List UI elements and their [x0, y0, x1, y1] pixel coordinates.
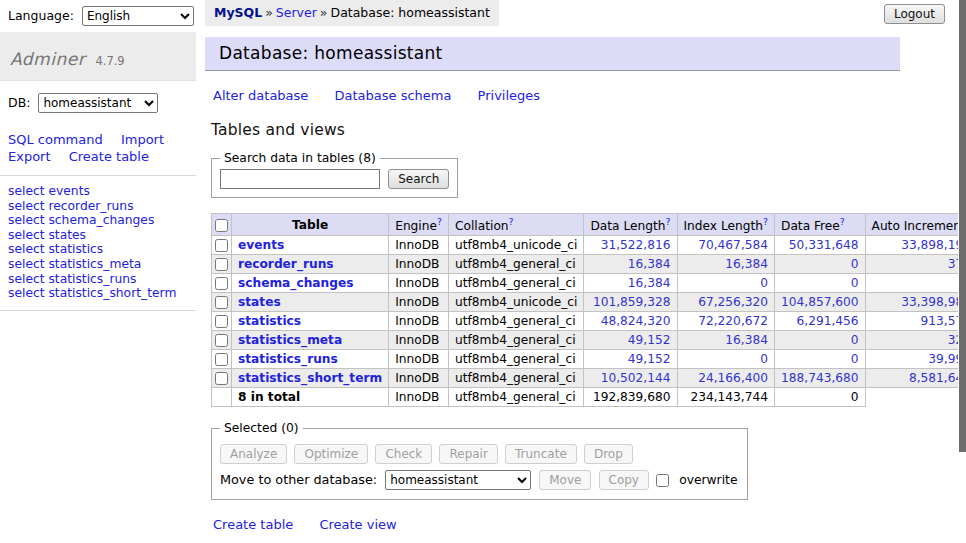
- row-checkbox[interactable]: [215, 239, 228, 252]
- row-checkbox[interactable]: [215, 258, 228, 271]
- data-length-cell: 16,384: [584, 274, 677, 293]
- data-free-cell: 0: [775, 331, 866, 350]
- search-button[interactable]: Search: [388, 169, 449, 189]
- logout-button[interactable]: Logout: [884, 4, 945, 24]
- copy-button[interactable]: Copy: [599, 470, 649, 490]
- language-label: Language:: [8, 8, 74, 23]
- table-name-link[interactable]: recorder_runs: [238, 257, 334, 271]
- collation-cell: utf8mb4_general_ci: [449, 331, 584, 350]
- import-link[interactable]: Import: [121, 132, 164, 147]
- auto-increment-cell: 6: [865, 274, 966, 293]
- engine-cell: InnoDB: [389, 388, 449, 407]
- optimize-button[interactable]: Optimize: [294, 444, 368, 464]
- privileges-link[interactable]: Privileges: [478, 88, 541, 103]
- auto-increment-cell: 33,398,984: [865, 293, 966, 312]
- index-length-cell: 16,384: [677, 255, 775, 274]
- auto-increment-cell: 913,577: [865, 312, 966, 331]
- database-schema-link[interactable]: Database schema: [335, 88, 452, 103]
- table-name-link[interactable]: states: [238, 295, 281, 309]
- auto-increment-cell: 378: [865, 255, 966, 274]
- row-checkbox[interactable]: [215, 372, 228, 385]
- table-name-link[interactable]: statistics: [238, 314, 301, 328]
- table-name-link[interactable]: statistics_runs: [238, 352, 338, 366]
- breadcrumb-separator: »: [265, 5, 273, 20]
- select-events-link[interactable]: select events: [8, 184, 90, 198]
- truncate-button[interactable]: Truncate: [505, 444, 577, 464]
- check-button[interactable]: Check: [375, 444, 432, 464]
- engine-cell: InnoDB: [389, 236, 449, 255]
- move-button[interactable]: Move: [539, 470, 591, 490]
- help-link[interactable]: ?: [437, 216, 442, 227]
- collation-cell: utf8mb4_general_ci: [449, 388, 584, 407]
- vertical-scrollbar[interactable]: [958, 0, 966, 543]
- move-database-select[interactable]: homeassistant: [385, 470, 531, 490]
- overwrite-checkbox[interactable]: [656, 474, 669, 487]
- engine-cell: InnoDB: [389, 369, 449, 388]
- table-row: statistics_short_term InnoDB utf8mb4_gen…: [212, 369, 966, 388]
- drop-button[interactable]: Drop: [584, 444, 633, 464]
- column-header-engine: Engine?: [389, 214, 449, 236]
- table-header-row: Table Engine? Collation? Data Length? In…: [212, 214, 966, 236]
- table-name-link[interactable]: statistics_short_term: [238, 371, 382, 385]
- row-checkbox[interactable]: [215, 315, 228, 328]
- select-statistics-meta-link[interactable]: select statistics_meta: [8, 257, 141, 271]
- select-statistics-runs-link[interactable]: select statistics_runs: [8, 272, 136, 286]
- overwrite-label[interactable]: overwrite: [679, 473, 737, 487]
- engine-cell: InnoDB: [389, 274, 449, 293]
- column-header-auto-increment: Auto Increment?: [865, 214, 966, 236]
- help-link[interactable]: ?: [763, 216, 768, 227]
- collation-cell: utf8mb4_general_ci: [449, 255, 584, 274]
- data-free-cell: 6,291,456: [775, 312, 866, 331]
- analyze-button[interactable]: Analyze: [220, 444, 287, 464]
- collation-cell: utf8mb4_unicode_ci: [449, 236, 584, 255]
- adminer-page: Language: English Adminer 4.7.9 DB: home…: [0, 0, 966, 543]
- row-checkbox[interactable]: [215, 353, 228, 366]
- select-states-link[interactable]: select states: [8, 228, 86, 242]
- repair-button[interactable]: Repair: [439, 444, 497, 464]
- create-table-link-sidebar[interactable]: Create table: [69, 149, 149, 164]
- data-free-cell: 0: [775, 350, 866, 369]
- selected-fieldset: Selected (0) Analyze Optimize Check Repa…: [211, 421, 748, 500]
- index-length-cell: 0: [677, 274, 775, 293]
- create-view-link[interactable]: Create view: [319, 517, 396, 532]
- breadcrumb-server-link[interactable]: Server: [276, 5, 317, 20]
- search-input[interactable]: [220, 169, 380, 189]
- select-schema-changes-link[interactable]: select schema_changes: [8, 213, 154, 227]
- table-name-link[interactable]: statistics_meta: [238, 333, 342, 347]
- help-link[interactable]: ?: [665, 216, 670, 227]
- row-checkbox[interactable]: [215, 277, 228, 290]
- engine-cell: InnoDB: [389, 331, 449, 350]
- selected-legend: Selected (0): [220, 421, 303, 435]
- select-all-checkbox[interactable]: [215, 219, 228, 232]
- alter-database-link[interactable]: Alter database: [213, 88, 308, 103]
- index-length-cell: 72,220,672: [677, 312, 775, 331]
- db-select[interactable]: homeassistant: [38, 93, 158, 113]
- auto-increment-cell: 33,898,196: [865, 236, 966, 255]
- table-name-link[interactable]: schema_changes: [238, 276, 353, 290]
- database-links: Alter database Database schema Privilege…: [213, 88, 958, 103]
- select-recorder-runs-link[interactable]: select recorder_runs: [8, 199, 134, 213]
- row-checkbox[interactable]: [215, 296, 228, 309]
- data-length-cell: 101,859,328: [584, 293, 677, 312]
- total-label-cell: 8 in total: [232, 388, 389, 407]
- breadcrumb-separator: »: [320, 5, 328, 20]
- select-statistics-short-term-link[interactable]: select statistics_short_term: [8, 286, 176, 300]
- help-link[interactable]: ?: [840, 216, 845, 227]
- table-total-row: 8 in total InnoDB utf8mb4_general_ci 192…: [212, 388, 966, 407]
- table-row: statistics_runs InnoDB utf8mb4_general_c…: [212, 350, 966, 369]
- list-item: select schema_changes: [8, 213, 188, 228]
- data-free-cell: 188,743,680: [775, 369, 866, 388]
- sql-command-link[interactable]: SQL command: [8, 132, 103, 147]
- breadcrumb-mysql-link[interactable]: MySQL: [214, 5, 262, 20]
- select-statistics-link[interactable]: select statistics: [8, 242, 103, 256]
- scrollbar-thumb[interactable]: [959, 0, 966, 452]
- export-link[interactable]: Export: [8, 149, 51, 164]
- help-link[interactable]: ?: [509, 216, 514, 227]
- create-table-link[interactable]: Create table: [213, 517, 293, 532]
- table-name-link[interactable]: events: [238, 238, 284, 252]
- collation-cell: utf8mb4_general_ci: [449, 350, 584, 369]
- index-length-cell: 67,256,320: [677, 293, 775, 312]
- engine-cell: InnoDB: [389, 312, 449, 331]
- row-checkbox[interactable]: [215, 334, 228, 347]
- language-select[interactable]: English: [82, 6, 194, 26]
